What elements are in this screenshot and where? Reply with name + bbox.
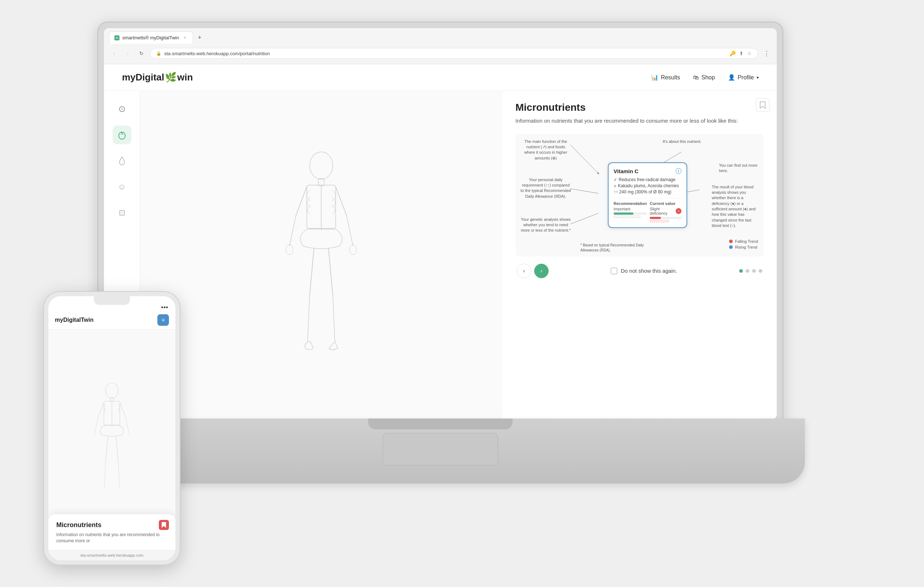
deficiency-indicator: × xyxy=(676,208,681,214)
sidebar-water[interactable] xyxy=(112,152,131,170)
lock-icon: 🔒 xyxy=(156,51,161,56)
scene: m smartmelts® myDigitalTwin × + ‹ › ↻ 🔒 … xyxy=(0,0,924,587)
annotation-bottom-right: The result of your blood analysis shows … xyxy=(712,185,759,229)
profile-nav-item[interactable]: 👤 Profile ▾ xyxy=(728,74,759,81)
svg-point-13 xyxy=(286,245,293,255)
phone-bookmark-button[interactable] xyxy=(159,520,169,530)
results-icon: 📊 xyxy=(651,74,658,81)
do-not-show-text: Do not show this again. xyxy=(621,268,677,274)
dot-3 xyxy=(752,269,756,273)
bookmark-button[interactable] xyxy=(756,98,769,112)
svg-point-14 xyxy=(350,245,356,255)
annotation-top-right: It's about this nutrient. xyxy=(663,139,706,144)
svg-point-20 xyxy=(106,383,118,398)
rising-trend-label: Rising Trend xyxy=(735,245,757,249)
sidebar-body-scan[interactable]: ⊙ xyxy=(112,100,131,118)
trend-legend: Falling Trend Rising Trend xyxy=(729,239,758,251)
do-not-show-label[interactable]: Do not show this again. xyxy=(611,268,677,274)
profile-label: Profile xyxy=(738,74,754,81)
svg-line-16 xyxy=(570,189,599,193)
prev-button[interactable]: ‹ xyxy=(517,264,531,278)
svg-line-29 xyxy=(104,462,106,488)
shop-label: Shop xyxy=(701,74,714,81)
skeleton-illustration xyxy=(282,150,361,360)
phone-screen: ●●● myDigitalTwin ≡ xyxy=(48,296,175,560)
annotation-top-left: The main function of the nutrient (↗) an… xyxy=(520,139,571,161)
tab-favicon: m xyxy=(114,35,119,40)
annotation-far-right: You can find out more here. xyxy=(719,163,759,174)
svg-line-26 xyxy=(120,402,126,418)
nutrient-amount: ↑↑ 240 mg (300% of Ø 80 mg) xyxy=(614,190,681,195)
svg-line-9 xyxy=(310,248,314,295)
annotation-footnote: * Based on typical Recommended Daily All… xyxy=(581,243,660,253)
dot-1 xyxy=(739,269,743,273)
svg-line-5 xyxy=(296,186,307,215)
sidebar-nutrition[interactable] xyxy=(112,125,131,144)
app-main: ⊙ ☺ xyxy=(104,91,777,419)
laptop-screen-inner: m smartmelts® myDigitalTwin × + ‹ › ↻ 🔒 … xyxy=(104,28,777,419)
svg-line-8 xyxy=(346,215,353,246)
address-bar[interactable]: 🔒 sta-smartmelts-web.herokuapp.com/porta… xyxy=(150,48,758,59)
sidebar-emotion[interactable]: ☺ xyxy=(112,178,131,196)
panel-title: Micronutrients xyxy=(515,102,764,113)
panel-nav: ‹ › Do not show this again. xyxy=(515,264,764,278)
browser-nav: ‹ › ↻ 🔒 sta-smartmelts-web.herokuapp.com… xyxy=(104,44,777,63)
sidebar-meal-plan[interactable]: ⊡ xyxy=(112,203,131,222)
next-button[interactable]: › xyxy=(534,264,549,278)
browser-more-button[interactable]: ⋮ xyxy=(762,48,772,58)
svg-line-24 xyxy=(98,402,104,418)
app-nav: 📊 Results 🛍 Shop 👤 Profile ▾ xyxy=(651,74,759,81)
svg-point-1 xyxy=(310,152,333,179)
tab-close-button[interactable]: × xyxy=(182,35,188,41)
shop-nav-item[interactable]: 🛍 Shop xyxy=(693,74,714,81)
laptop-screen-outer: m smartmelts® myDigitalTwin × + ‹ › ↻ 🔒 … xyxy=(97,21,783,426)
nutrient-diagram: The main function of the nutrient (↗) an… xyxy=(515,134,764,257)
key-icon: 🔑 xyxy=(729,51,736,56)
svg-line-15 xyxy=(570,145,599,173)
falling-trend-dot xyxy=(729,239,733,243)
laptop-base xyxy=(76,419,805,483)
do-not-show-checkbox[interactable] xyxy=(611,268,617,274)
info-icon[interactable]: i xyxy=(676,168,681,174)
panel-subtitle: Information on nutrients that you are re… xyxy=(515,117,764,125)
nutrient-card-title: Vitamin C i xyxy=(614,168,681,174)
star-icon: ☆ xyxy=(747,51,752,56)
falling-trend-item: Falling Trend xyxy=(729,239,758,244)
reload-button[interactable]: ↻ xyxy=(137,48,147,58)
laptop-trackpad xyxy=(383,433,498,465)
svg-line-6 xyxy=(289,215,296,246)
svg-line-25 xyxy=(94,418,98,435)
svg-line-11 xyxy=(328,248,333,295)
laptop: m smartmelts® myDigitalTwin × + ‹ › ↻ 🔒 … xyxy=(97,21,783,483)
pagination-dots xyxy=(739,269,762,273)
browser-tab-active[interactable]: m smartmelts® myDigitalTwin × xyxy=(109,31,193,44)
app-logo: myDigital 🌿 win xyxy=(122,72,193,83)
nutrient-benefit-2: ⟡ Kakadu plums, Acerola cherries xyxy=(614,183,681,188)
results-nav-item[interactable]: 📊 Results xyxy=(651,74,680,81)
annotation-mid-left: Your personal daily requirement (↑↑) com… xyxy=(520,177,571,200)
svg-line-27 xyxy=(126,418,130,435)
logo-text: myDigital xyxy=(122,72,164,83)
phone-menu-button[interactable]: ≡ xyxy=(157,314,169,326)
back-button[interactable]: ‹ xyxy=(109,48,119,58)
share-icon: ⬆ xyxy=(739,51,744,56)
body-visualization-area xyxy=(140,91,502,419)
svg-line-17 xyxy=(570,213,599,224)
new-tab-button[interactable]: + xyxy=(195,33,205,43)
forward-button[interactable]: › xyxy=(123,48,133,58)
phone-body-view: Micronutrients Information on nutrients … xyxy=(48,330,175,550)
phone-logo: myDigitalTwin xyxy=(55,317,94,323)
profile-chevron-icon: ▾ xyxy=(757,75,759,80)
phone-skeleton-illustration xyxy=(88,382,135,498)
rising-trend-item: Rising Trend xyxy=(729,245,758,249)
dot-4 xyxy=(759,269,762,273)
svg-line-7 xyxy=(336,186,346,215)
nutrient-benefit-1: ✓ Reduces free-radical damage xyxy=(614,177,681,182)
dot-2 xyxy=(746,269,749,273)
annotation-bottom-left: Your genetic analysis shows whether you … xyxy=(520,217,571,233)
address-text: sta-smartmelts-web.herokuapp.com/portal/… xyxy=(164,51,270,56)
phone-card-subtitle: Information on nutrients that you are re… xyxy=(56,532,167,544)
falling-trend-label: Falling Trend xyxy=(735,239,758,244)
phone-card-overlay: Micronutrients Information on nutrients … xyxy=(48,514,175,550)
results-label: Results xyxy=(661,74,680,81)
